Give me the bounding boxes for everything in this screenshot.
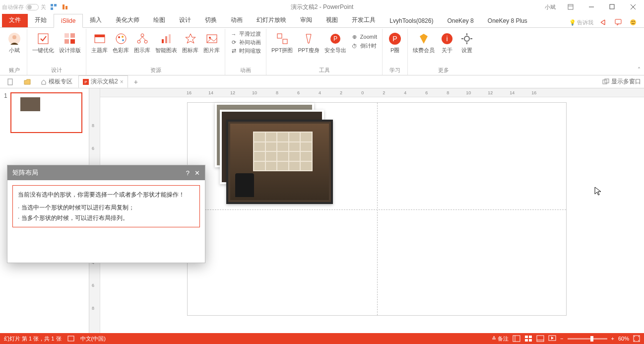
zoomit-button[interactable]: ⊕ZoomIt [349,33,379,41]
smiley-icon[interactable] [628,17,638,27]
ribbon-bar: 小斌 账户 一键优化 设计排版 设计 主题库 色彩库 图示库 智能图表 图标库 … [0,28,644,75]
tab-beautify[interactable]: 美化大师 [109,13,146,27]
icon-lib-button[interactable]: 图标库 [180,30,200,55]
ribbon-display-icon[interactable] [562,1,580,13]
tab-draw[interactable]: 绘图 [146,13,172,27]
minimize-button[interactable] [582,1,600,13]
svg-rect-38 [277,34,282,38]
multi-window-button[interactable]: 显示多窗口 [602,77,641,86]
optimize-button[interactable]: 一键优化 [30,30,56,55]
tab-file[interactable]: 文件 [2,13,28,27]
svg-rect-21 [70,39,75,44]
language-label[interactable]: 中文(中国) [80,335,106,343]
zoom-out-button[interactable]: − [560,336,563,342]
maximize-button[interactable] [603,1,621,13]
quick-align-icon[interactable] [61,2,70,11]
zoom-level[interactable]: 60% [618,336,629,342]
svg-text:P: P [392,35,397,43]
safe-export-button[interactable]: P安全导出 [322,30,348,55]
view-normal-icon[interactable] [513,335,520,342]
view-sorter-icon[interactable] [524,335,532,342]
smooth-button[interactable]: →平滑过渡 [228,30,263,38]
thumbnail-1[interactable]: 1 [4,92,85,133]
view-slideshow-icon[interactable] [548,335,556,342]
tab-islide[interactable]: iSlide [54,14,83,28]
zoom-in-button[interactable]: + [611,336,614,342]
svg-rect-17 [38,34,48,44]
pcircle-button[interactable]: PP圈 [386,30,404,55]
ppt-slim-button[interactable]: PPT瘦身 [296,30,321,55]
template-tab[interactable]: 模板专区 [37,76,76,87]
spellcheck-icon[interactable] [67,335,74,342]
dialog-help-icon[interactable]: ? [186,169,190,177]
comment-icon[interactable] [613,17,623,27]
tab-design[interactable]: 设计 [172,13,198,27]
svg-line-32 [142,37,145,40]
svg-rect-33 [162,39,164,43]
settings-button[interactable]: 设置 [457,30,476,55]
notes-button[interactable]: ≙ 备注 [492,335,509,343]
slide-canvas[interactable] [187,102,567,316]
countdown-button[interactable]: ⏱倒计时 [349,42,379,50]
autosave-toggle[interactable]: 自动保存 关 [2,3,46,11]
tab-view[interactable]: 视图 [319,13,345,27]
dialog-header[interactable]: 矩阵布局 ? ✕ [7,165,205,180]
svg-rect-18 [64,33,69,38]
timescale-button[interactable]: ⇄时间缩放 [228,47,263,55]
open-folder-icon[interactable] [20,77,35,87]
doc-tab[interactable]: P演示文稿2× [78,75,128,88]
tab-slideshow[interactable]: 幻灯片放映 [250,13,293,27]
home-icon [41,79,47,85]
svg-point-13 [632,21,633,22]
view-reading-icon[interactable] [536,335,544,342]
autosave-state: 关 [41,3,46,11]
image-lib-button[interactable]: 图片库 [201,30,222,55]
slide-number: 1 [4,92,7,133]
svg-rect-3 [63,4,64,9]
slide-counter[interactable]: 幻灯片 第 1 张，共 1 张 [4,335,62,343]
tab-developer[interactable]: 开发工具 [345,13,383,27]
theme-lib-button[interactable]: 主题库 [89,30,110,55]
collapse-ribbon-button[interactable]: ˄ [635,66,643,74]
svg-rect-8 [610,4,614,9]
tab-onekey8[interactable]: OneKey 8 [440,14,480,27]
quick-layout-icon[interactable] [49,2,58,11]
photo-3[interactable] [226,120,333,204]
layout-button[interactable]: 设计排版 [57,30,83,55]
user-name[interactable]: 小斌 [545,3,556,11]
fit-window-icon[interactable] [633,335,640,342]
tell-me[interactable]: 💡告诉我 [569,19,593,26]
account-button[interactable]: 小斌 [5,30,24,55]
tween-button[interactable]: ⟳补间动画 [228,38,263,47]
new-doc-icon[interactable] [3,77,18,87]
smartchart-button[interactable]: 智能图表 [153,30,179,55]
group-design: 一键优化 设计排版 设计 [27,29,86,75]
tab-transitions[interactable]: 切换 [198,13,224,27]
zoom-slider[interactable] [568,338,607,340]
svg-rect-2 [51,7,53,10]
close-tab-icon[interactable]: × [120,78,124,85]
tab-animations[interactable]: 动画 [224,13,250,27]
zoom-knob[interactable] [590,336,593,342]
tab-onekey8plus[interactable]: OneKey 8 Plus [481,14,534,27]
tab-home[interactable]: 开始 [28,13,54,27]
tab-review[interactable]: 审阅 [293,13,319,27]
diagram-lib-button[interactable]: 图示库 [132,30,152,55]
thumbnail-canvas [10,92,82,133]
share-icon[interactable] [598,17,608,27]
add-tab-button[interactable]: + [130,76,142,87]
tab-insert[interactable]: 插入 [83,13,109,27]
svg-point-16 [12,35,16,39]
ppt-stitch-button[interactable]: PPT拼图 [269,30,295,55]
slim-icon [302,32,316,46]
close-button[interactable] [624,1,642,13]
renew-button[interactable]: 续费会员 [411,30,437,55]
tab-lvyhtools[interactable]: LvyhTools(0826) [383,14,440,27]
dialog-close-icon[interactable]: ✕ [194,169,200,177]
about-button[interactable]: i关于 [438,30,456,55]
svg-rect-60 [529,336,532,338]
group-label: 资源 [150,67,161,75]
svg-point-37 [209,37,211,39]
color-lib-button[interactable]: 色彩库 [111,30,131,55]
pcircle-icon: P [388,32,402,46]
